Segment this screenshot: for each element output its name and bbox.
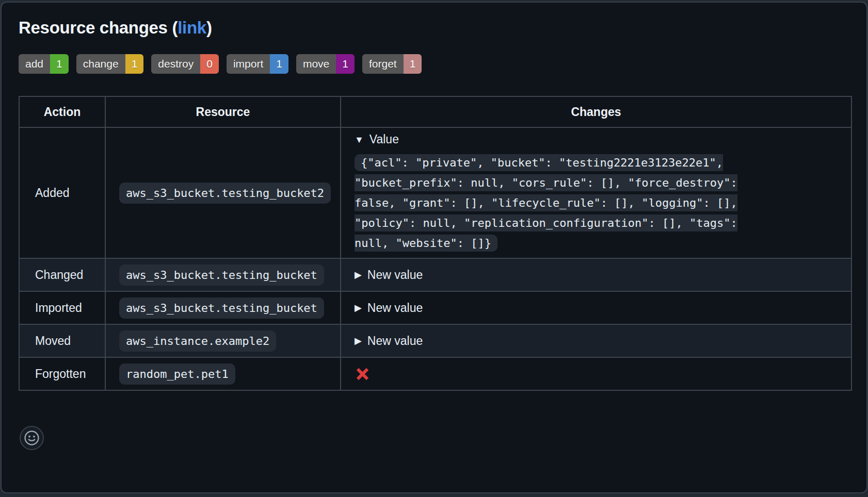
badge-move: move1	[296, 54, 355, 74]
triangle-right-icon: ▶	[355, 270, 362, 279]
resource-chip: random_pet.pet1	[119, 363, 235, 385]
value-body: {"acl": "private", "bucket": "testing222…	[355, 153, 759, 253]
page-title: Resource changes (link)	[19, 18, 849, 38]
badge-add: add1	[19, 54, 69, 74]
badge-change: change1	[76, 54, 144, 74]
badge-add-count: 1	[50, 54, 69, 74]
red-cross-x-icon	[355, 366, 371, 382]
badge-move-label: move	[296, 54, 336, 74]
resource-chip: aws_s3_bucket.testing_bucket2	[119, 183, 331, 204]
title-text: Resource changes (	[19, 18, 178, 37]
badge-destroy: destroy0	[151, 54, 219, 74]
badge-import-label: import	[227, 54, 270, 74]
action-label: Forgotten	[19, 357, 105, 390]
changes-cell: ▶New value	[341, 291, 851, 324]
summary-badges: add1 change1 destroy0 import1 move1 forg…	[19, 54, 849, 74]
badge-change-label: change	[76, 54, 125, 74]
new-value-details: ▶New value	[355, 334, 838, 348]
new-value-summary-label: New value	[367, 334, 423, 348]
resource-cell: aws_s3_bucket.testing_bucket	[105, 291, 341, 324]
triangle-down-icon: ▼	[355, 135, 364, 144]
badge-forget: forget1	[362, 54, 422, 74]
triangle-right-icon: ▶	[355, 336, 362, 345]
resource-cell: aws_instance.example2	[105, 324, 341, 357]
resource-chip: aws_s3_bucket.testing_bucket	[119, 264, 324, 286]
new-value-summary[interactable]: ▶New value	[355, 268, 423, 282]
table-row-moved: Moved aws_instance.example2 ▶New value	[19, 324, 851, 357]
changes-cell: ▶New value	[341, 324, 851, 357]
badge-forget-count: 1	[404, 54, 422, 74]
action-label: Imported	[19, 291, 105, 324]
column-header-changes: Changes	[341, 96, 851, 127]
action-label: Changed	[19, 258, 105, 291]
value-summary-label: Value	[369, 132, 399, 146]
resource-chip: aws_s3_bucket.testing_bucket	[119, 297, 324, 319]
badge-move-count: 1	[336, 54, 355, 74]
badge-destroy-count: 0	[200, 54, 219, 74]
badge-change-count: 1	[125, 54, 144, 74]
badge-forget-label: forget	[362, 54, 404, 74]
title-link[interactable]: link	[178, 18, 206, 37]
table-header-row: Action Resource Changes	[19, 96, 851, 127]
badge-destroy-label: destroy	[151, 54, 200, 74]
changes-cell: ▼Value {"acl": "private", "bucket": "tes…	[341, 127, 851, 258]
value-summary[interactable]: ▼Value	[355, 132, 399, 146]
table-row-added: Added aws_s3_bucket.testing_bucket2 ▼Val…	[19, 127, 851, 258]
triangle-right-icon: ▶	[355, 303, 362, 312]
action-label: Added	[19, 127, 105, 258]
new-value-summary[interactable]: ▶New value	[355, 334, 423, 348]
title-paren-close: )	[206, 18, 212, 37]
badge-add-label: add	[19, 54, 50, 74]
new-value-details: ▶New value	[355, 268, 838, 282]
new-value-summary[interactable]: ▶New value	[355, 301, 423, 315]
resource-cell: random_pet.pet1	[105, 357, 341, 390]
new-value-details: ▶New value	[355, 301, 838, 315]
column-header-action: Action	[19, 96, 105, 127]
comment-card: Resource changes (link) add1 change1 des…	[1, 2, 867, 493]
new-value-summary-label: New value	[367, 301, 423, 315]
badge-import-count: 1	[270, 54, 288, 74]
column-header-resource: Resource	[105, 96, 341, 127]
value-json-code: {"acl": "private", "bucket": "testing222…	[355, 154, 737, 252]
badge-import: import1	[227, 54, 288, 74]
table-row-imported: Imported aws_s3_bucket.testing_bucket ▶N…	[19, 291, 851, 324]
changes-cell: ▶New value	[341, 258, 851, 291]
changes-cell	[341, 357, 851, 390]
resource-cell: aws_s3_bucket.testing_bucket	[105, 258, 341, 291]
table-row-forgotten: Forgotten random_pet.pet1	[19, 357, 851, 390]
smiley-icon	[24, 430, 40, 446]
new-value-summary-label: New value	[367, 268, 423, 282]
resource-cell: aws_s3_bucket.testing_bucket2	[105, 127, 341, 258]
resource-changes-table: Action Resource Changes Added aws_s3_buc…	[19, 96, 852, 391]
action-label: Moved	[19, 324, 105, 357]
value-details: ▼Value {"acl": "private", "bucket": "tes…	[355, 132, 838, 253]
resource-chip: aws_instance.example2	[119, 330, 276, 352]
add-reaction-button[interactable]	[20, 426, 44, 450]
table-row-changed: Changed aws_s3_bucket.testing_bucket ▶Ne…	[19, 258, 851, 291]
